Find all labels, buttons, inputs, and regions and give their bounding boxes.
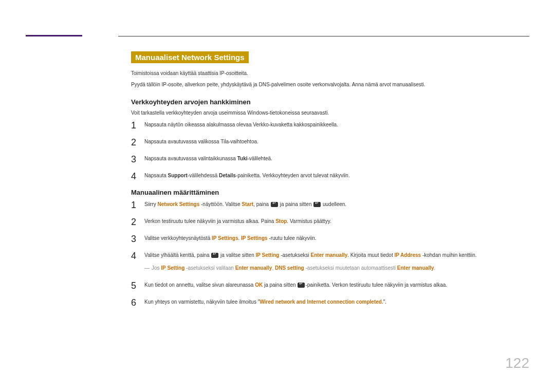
text: ". [383, 299, 386, 305]
text: . Varmistus päättyy. [287, 218, 331, 224]
section-title: Manuaaliset Network Settings [131, 51, 249, 63]
mstep-1: Siirry Network Settings -näyttöön. Valit… [131, 200, 529, 208]
step-4: Napsauta Support-välilehdessä Details-pa… [131, 172, 529, 179]
steps-obtaining: Napsauta näytön oikeassa alakulmassa ole… [131, 121, 529, 179]
mstep-5: Kun tiedot on annettu, valitse sivun ala… [131, 281, 529, 289]
text: Siirry [144, 201, 158, 207]
top-rule [118, 36, 529, 36]
orange-start: Start [242, 201, 253, 207]
orange-enter-manually-1: Enter manually [311, 252, 348, 258]
enter-icon [313, 202, 321, 207]
text: Verkon testiruutu tulee näkyviin ja varm… [144, 218, 275, 224]
orange-network-settings: Network Settings [158, 201, 200, 207]
step-2: Napsauta avautuvassa valikossa Tila-vaih… [131, 138, 529, 145]
text: -asetukseksi muutetaan automaattisesti [304, 265, 397, 271]
note: ―Jos IP Setting -asetukseksi valitaan En… [144, 264, 529, 272]
sub1-intro: Voit tarkastella verkkoyhteyden arvoja u… [131, 110, 529, 116]
enter-icon [298, 283, 305, 288]
enter-icon [211, 253, 218, 258]
text: ja paina sitten [263, 282, 297, 288]
orange-ip-address: IP Address [394, 252, 421, 258]
text: . Kirjoita muut tiedot [347, 252, 394, 258]
enter-icon [271, 202, 278, 207]
text: -asetukseksi valitaan [184, 265, 235, 271]
text: -kohdan muihin kenttiin. [421, 252, 476, 258]
mstep-4: Valitse ylhäältä kenttä, paina ja valits… [131, 251, 529, 272]
text: Jos [152, 265, 161, 271]
orange-enter-manually-note1: Enter manually [235, 265, 272, 271]
intro-2: Pyydä tällöin IP-osoite, aliverkon peite… [131, 81, 529, 89]
subhead-obtaining: Verkkoyhteyden arvojen hankkiminen [131, 98, 529, 106]
text: -välilehdessä [188, 173, 219, 178]
bold-tuki: Tuki [237, 156, 248, 161]
text: -painiketta. Verkon testiruutu tulee näk… [305, 282, 447, 288]
orange-completed: Wired network and Internet connection co… [260, 299, 383, 305]
orange-ip-settings-1: IP Settings [212, 235, 238, 241]
text: -välilehteä. [248, 156, 272, 161]
text: Kun yhteys on varmistettu, näkyviin tule… [144, 299, 260, 305]
orange-stop: Stop [275, 218, 287, 224]
bold-support: Support [168, 173, 188, 178]
mstep-3: Valitse verkkoyhteysnäytöstä IP Settings… [131, 234, 529, 242]
orange-enter-manually-note2: Enter manually [397, 265, 434, 271]
subhead-manual: Manuaalinen määrittäminen [131, 189, 529, 196]
text: Valitse verkkoyhteysnäytöstä [144, 235, 212, 241]
bold-details: Details [219, 173, 236, 178]
text: -asetukseksi [279, 252, 310, 258]
page-number: 122 [505, 355, 529, 371]
text: -ruutu tulee näkyviin. [268, 235, 317, 241]
text: ja valitse sitten [219, 252, 255, 258]
text: ja paina sitten [279, 201, 313, 207]
step-1: Napsauta näytön oikeassa alakulmassa ole… [131, 121, 529, 128]
orange-ip-setting-note: IP Setting [161, 265, 184, 271]
page-content: Manuaaliset Network Settings Toimistoiss… [131, 51, 529, 315]
text: . [434, 265, 436, 271]
orange-ip-settings-2: IP Settings [241, 235, 268, 241]
steps-manual: Siirry Network Settings -näyttöön. Valit… [131, 200, 529, 306]
orange-dns-setting: DNS setting [275, 265, 304, 271]
text: Valitse ylhäältä kenttä, paina [144, 252, 211, 258]
text: -painiketta. Verkkoyhteyden arvot tuleva… [236, 173, 350, 178]
text: Kun tiedot on annettu, valitse sivun ala… [144, 282, 255, 288]
text: , paina [253, 201, 270, 207]
text: Napsauta avautuvassa valintaikkunassa [144, 156, 237, 161]
step-3: Napsauta avautuvassa valintaikkunassa Tu… [131, 155, 529, 162]
orange-ip-setting: IP Setting [256, 252, 280, 258]
dash-icon: ― [144, 265, 150, 271]
mstep-6: Kun yhteys on varmistettu, näkyviin tule… [131, 298, 529, 306]
text: -näyttöön. Valitse [199, 201, 242, 207]
intro-1: Toimistoissa voidaan käyttää staattisia … [131, 69, 529, 78]
mstep-2: Verkon testiruutu tulee näkyviin ja varm… [131, 217, 529, 225]
orange-ok: OK [255, 282, 263, 288]
text: Napsauta [144, 173, 168, 178]
accent-bar [26, 35, 82, 36]
text: uudelleen. [321, 201, 346, 207]
